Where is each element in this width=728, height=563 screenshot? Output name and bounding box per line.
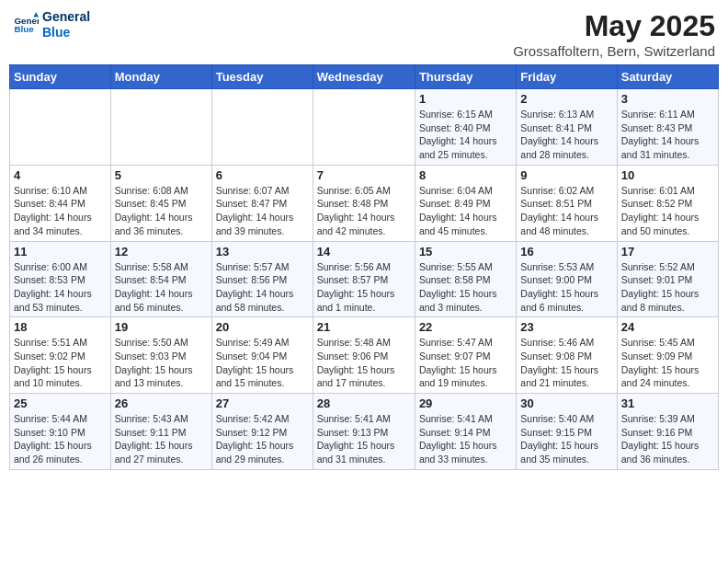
day-info: Sunrise: 5:44 AMSunset: 9:10 PMDaylight:…	[14, 412, 107, 466]
day-cell: 3Sunrise: 6:11 AMSunset: 8:43 PMDaylight…	[617, 89, 718, 166]
day-number: 7	[317, 168, 411, 182]
day-cell	[211, 89, 313, 166]
day-info: Sunrise: 5:55 AMSunset: 8:58 PMDaylight:…	[419, 260, 512, 315]
day-info: Sunrise: 6:00 AMSunset: 8:53 PMDaylight:…	[14, 260, 107, 315]
day-cell: 28Sunrise: 5:41 AMSunset: 9:13 PMDayligh…	[313, 394, 415, 470]
day-info: Sunrise: 6:11 AMSunset: 8:43 PMDaylight:…	[621, 108, 714, 162]
day-info: Sunrise: 6:07 AMSunset: 8:47 PMDaylight:…	[216, 184, 309, 238]
week-row-3: 11Sunrise: 6:00 AMSunset: 8:53 PMDayligh…	[10, 241, 719, 317]
day-info: Sunrise: 5:48 AMSunset: 9:06 PMDaylight:…	[317, 336, 411, 390]
day-number: 2	[520, 92, 612, 106]
day-cell: 9Sunrise: 6:02 AMSunset: 8:51 PMDaylight…	[517, 165, 617, 241]
day-cell: 17Sunrise: 5:52 AMSunset: 9:01 PMDayligh…	[617, 241, 718, 317]
day-number: 26	[115, 396, 208, 410]
day-info: Sunrise: 5:53 AMSunset: 9:00 PMDaylight:…	[520, 260, 612, 315]
day-number: 23	[520, 320, 612, 334]
day-cell: 11Sunrise: 6:00 AMSunset: 8:53 PMDayligh…	[10, 241, 111, 317]
page-header: General Blue General Blue May 2025 Gross…	[9, 9, 719, 59]
day-header-wednesday: Wednesday	[313, 65, 415, 89]
day-info: Sunrise: 6:01 AMSunset: 8:52 PMDaylight:…	[621, 184, 714, 238]
calendar-table: SundayMondayTuesdayWednesdayThursdayFrid…	[9, 64, 719, 470]
day-number: 9	[520, 168, 612, 182]
day-header-thursday: Thursday	[415, 65, 516, 89]
day-cell	[313, 89, 415, 166]
day-header-monday: Monday	[110, 65, 211, 89]
day-cell: 30Sunrise: 5:40 AMSunset: 9:15 PMDayligh…	[517, 394, 617, 470]
day-number: 14	[317, 245, 411, 259]
day-info: Sunrise: 6:13 AMSunset: 8:41 PMDaylight:…	[520, 108, 612, 162]
day-cell: 8Sunrise: 6:04 AMSunset: 8:49 PMDaylight…	[415, 165, 516, 241]
day-cell: 31Sunrise: 5:39 AMSunset: 9:16 PMDayligh…	[617, 394, 718, 470]
day-cell: 16Sunrise: 5:53 AMSunset: 9:00 PMDayligh…	[517, 241, 617, 317]
day-cell	[10, 89, 111, 166]
day-cell: 1Sunrise: 6:15 AMSunset: 8:40 PMDaylight…	[415, 89, 516, 166]
day-cell: 23Sunrise: 5:46 AMSunset: 9:08 PMDayligh…	[517, 317, 617, 394]
day-cell: 27Sunrise: 5:42 AMSunset: 9:12 PMDayligh…	[211, 394, 313, 470]
logo-line2: Blue	[42, 25, 90, 40]
logo: General Blue General Blue	[13, 9, 90, 40]
day-cell: 29Sunrise: 5:41 AMSunset: 9:14 PMDayligh…	[415, 394, 516, 470]
day-info: Sunrise: 5:57 AMSunset: 8:56 PMDaylight:…	[216, 260, 309, 315]
day-cell: 12Sunrise: 5:58 AMSunset: 8:54 PMDayligh…	[110, 241, 211, 317]
day-cell: 20Sunrise: 5:49 AMSunset: 9:04 PMDayligh…	[211, 317, 313, 394]
day-cell: 22Sunrise: 5:47 AMSunset: 9:07 PMDayligh…	[415, 317, 516, 394]
day-cell: 10Sunrise: 6:01 AMSunset: 8:52 PMDayligh…	[617, 165, 718, 241]
calendar-subtitle: Grossaffoltern, Bern, Switzerland	[513, 43, 715, 59]
day-number: 6	[216, 168, 309, 182]
day-number: 16	[520, 245, 612, 259]
day-cell: 21Sunrise: 5:48 AMSunset: 9:06 PMDayligh…	[313, 317, 415, 394]
svg-text:Blue: Blue	[14, 24, 34, 34]
day-number: 15	[419, 245, 512, 259]
title-block: May 2025 Grossaffoltern, Bern, Switzerla…	[513, 9, 715, 59]
logo-icon: General Blue	[13, 12, 39, 38]
day-info: Sunrise: 6:10 AMSunset: 8:44 PMDaylight:…	[14, 184, 107, 238]
day-cell: 7Sunrise: 6:05 AMSunset: 8:48 PMDaylight…	[313, 165, 415, 241]
day-number: 27	[216, 396, 309, 410]
week-row-5: 25Sunrise: 5:44 AMSunset: 9:10 PMDayligh…	[10, 394, 719, 470]
day-number: 11	[14, 245, 107, 259]
day-info: Sunrise: 5:51 AMSunset: 9:02 PMDaylight:…	[14, 336, 107, 390]
day-info: Sunrise: 5:42 AMSunset: 9:12 PMDaylight:…	[216, 412, 309, 466]
day-number: 4	[14, 168, 107, 182]
day-cell: 19Sunrise: 5:50 AMSunset: 9:03 PMDayligh…	[110, 317, 211, 394]
day-info: Sunrise: 5:47 AMSunset: 9:07 PMDaylight:…	[419, 336, 512, 390]
day-cell: 15Sunrise: 5:55 AMSunset: 8:58 PMDayligh…	[415, 241, 516, 317]
day-info: Sunrise: 5:52 AMSunset: 9:01 PMDaylight:…	[621, 260, 714, 315]
week-row-2: 4Sunrise: 6:10 AMSunset: 8:44 PMDaylight…	[10, 165, 719, 241]
day-info: Sunrise: 6:08 AMSunset: 8:45 PMDaylight:…	[115, 184, 208, 238]
day-number: 28	[317, 396, 411, 410]
day-info: Sunrise: 5:43 AMSunset: 9:11 PMDaylight:…	[115, 412, 208, 466]
day-cell: 4Sunrise: 6:10 AMSunset: 8:44 PMDaylight…	[10, 165, 111, 241]
day-number: 24	[621, 320, 714, 334]
day-header-saturday: Saturday	[617, 65, 718, 89]
calendar-title: May 2025	[513, 9, 715, 43]
day-cell: 2Sunrise: 6:13 AMSunset: 8:41 PMDaylight…	[517, 89, 617, 166]
day-number: 3	[621, 92, 714, 106]
day-number: 10	[621, 168, 714, 182]
day-info: Sunrise: 5:46 AMSunset: 9:08 PMDaylight:…	[520, 336, 612, 390]
day-cell: 6Sunrise: 6:07 AMSunset: 8:47 PMDaylight…	[211, 165, 313, 241]
day-cell: 24Sunrise: 5:45 AMSunset: 9:09 PMDayligh…	[617, 317, 718, 394]
day-info: Sunrise: 5:50 AMSunset: 9:03 PMDaylight:…	[115, 336, 208, 390]
day-cell: 13Sunrise: 5:57 AMSunset: 8:56 PMDayligh…	[211, 241, 313, 317]
day-number: 12	[115, 245, 208, 259]
day-number: 19	[115, 320, 208, 334]
day-number: 31	[621, 396, 714, 410]
svg-marker-2	[33, 12, 39, 17]
day-info: Sunrise: 6:04 AMSunset: 8:49 PMDaylight:…	[419, 184, 512, 238]
day-number: 30	[520, 396, 612, 410]
day-number: 1	[419, 92, 512, 106]
day-number: 21	[317, 320, 411, 334]
day-cell: 18Sunrise: 5:51 AMSunset: 9:02 PMDayligh…	[10, 317, 111, 394]
day-header-sunday: Sunday	[10, 65, 111, 89]
day-info: Sunrise: 5:49 AMSunset: 9:04 PMDaylight:…	[216, 336, 309, 390]
day-number: 5	[115, 168, 208, 182]
day-cell: 14Sunrise: 5:56 AMSunset: 8:57 PMDayligh…	[313, 241, 415, 317]
day-cell: 26Sunrise: 5:43 AMSunset: 9:11 PMDayligh…	[110, 394, 211, 470]
day-info: Sunrise: 6:05 AMSunset: 8:48 PMDaylight:…	[317, 184, 411, 238]
day-number: 8	[419, 168, 512, 182]
day-number: 18	[14, 320, 107, 334]
day-number: 13	[216, 245, 309, 259]
day-number: 25	[14, 396, 107, 410]
day-info: Sunrise: 5:58 AMSunset: 8:54 PMDaylight:…	[115, 260, 208, 315]
